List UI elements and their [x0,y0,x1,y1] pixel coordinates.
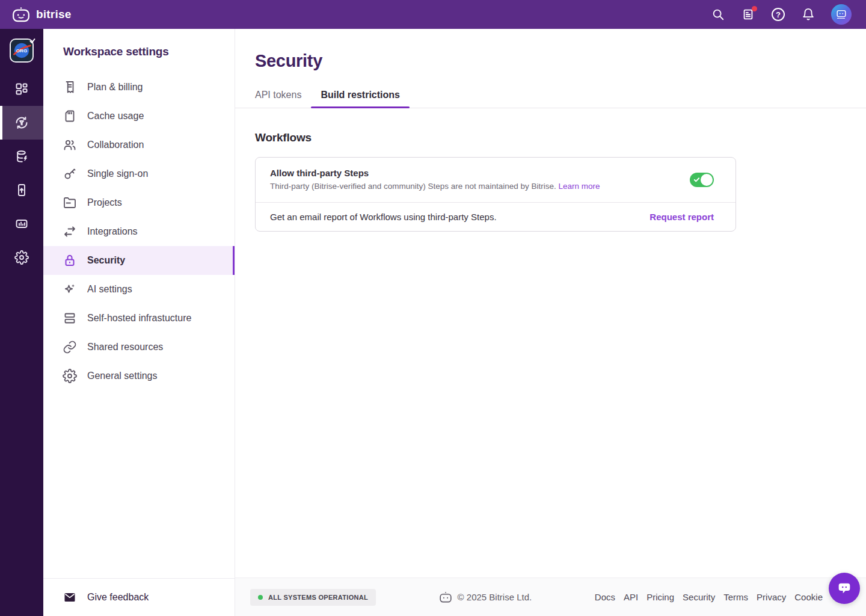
sidebar-item-plan-billing[interactable]: Plan & billing [43,73,235,102]
footer-link-cookie[interactable]: Cookie [794,592,823,602]
system-status-badge[interactable]: ALL SYSTEMS OPERATIONAL [250,589,376,606]
footer-link-pricing[interactable]: Pricing [646,592,674,602]
workflows-section-title: Workflows [255,131,866,144]
toggle-row-text: Allow third-party Steps Third-party (Bit… [270,167,600,192]
sidebar-item-label: Self-hosted infrastucture [87,313,191,324]
folder-icon [63,196,77,210]
help-icon[interactable]: ? [771,7,785,22]
copyright: © 2025 Bitrise Ltd. [439,591,532,603]
copyright-text: © 2025 Bitrise Ltd. [458,592,532,602]
toggle-row-title: Allow third-party Steps [270,167,600,180]
footer-links: Docs API Pricing Security Terms Privacy … [595,592,823,602]
phone-upload-icon [14,183,29,197]
rail-item-release[interactable] [0,173,43,207]
sidebar-item-cache-usage[interactable]: Cache usage [43,102,235,131]
topbar-actions: ? [711,4,852,25]
email-report-row: Get an email report of Workflows using t… [256,203,735,231]
apps-grid-icon [14,82,29,96]
page-title: Security [255,51,866,70]
toggle-knob [701,174,713,186]
sidebar-item-label: Single sign-on [87,168,148,179]
server-icon [63,311,77,325]
sidebar-item-projects[interactable]: Projects [43,188,235,217]
bell-icon[interactable] [801,7,815,22]
footer-link-terms[interactable]: Terms [723,592,748,602]
org-selected-check-icon [29,37,36,45]
footer-link-docs[interactable]: Docs [595,592,615,602]
footer-link-api[interactable]: API [624,592,638,602]
status-green-dot-icon [258,595,263,600]
give-feedback-button[interactable]: Give feedback [43,578,235,616]
search-icon[interactable] [711,7,725,22]
rail-item-cache[interactable] [0,140,43,173]
bitrise-app: bitrise ? [0,0,866,616]
request-report-link[interactable]: Request report [650,212,714,222]
status-label: ALL SYSTEMS OPERATIONAL [268,594,368,601]
rail-item-pipelines[interactable] [0,106,43,140]
sidebar-item-shared-resources[interactable]: Shared resources [43,333,235,362]
rail-nav [0,72,43,274]
sidebar-item-label: Plan & billing [87,82,143,93]
learn-more-link[interactable]: Learn more [558,182,600,191]
page-footer: ALL SYSTEMS OPERATIONAL © 2025 Bitrise L… [235,578,866,616]
insights-chart-icon [14,217,29,231]
sidebar-item-label: General settings [87,371,158,381]
envelope-icon [63,590,77,605]
sidebar-nav: Plan & billing Cache usage [43,73,235,578]
sidebar-item-single-sign-on[interactable]: Single sign-on [43,159,235,188]
sidebar-item-security[interactable]: Security [43,246,235,275]
sidebar-item-label: Cache usage [87,111,144,122]
bitrise-logo[interactable]: bitrise [12,7,71,22]
org-avatar[interactable]: ORG [10,38,34,63]
cache-card-icon [63,109,77,123]
main-panel: Security API tokens Build restrictions W… [235,29,866,616]
receipt-icon [63,80,77,94]
bitrise-robot-outline-icon [439,591,452,603]
gear-icon [14,250,29,265]
chat-support-button[interactable] [829,573,860,604]
notification-dot [752,6,757,11]
sidebar-item-label: Collaboration [87,140,144,150]
footer-link-security[interactable]: Security [683,592,715,602]
link-icon [63,340,77,354]
sidebar-item-collaboration[interactable]: Collaboration [43,131,235,159]
swap-arrows-icon [63,224,77,239]
allow-third-party-steps-toggle[interactable] [690,173,714,187]
footer-link-privacy[interactable]: Privacy [757,592,786,602]
sidebar-item-self-hosted[interactable]: Self-hosted infrastucture [43,304,235,333]
toggle-row-description-text: Third-party (Bitrise-verified and commun… [270,182,556,191]
check-icon [693,176,700,183]
workflows-card: Allow third-party Steps Third-party (Bit… [255,157,736,232]
sidebar-item-label: Security [87,255,125,266]
whats-new-icon[interactable] [741,7,755,22]
sidebar-item-general-settings[interactable]: General settings [43,362,235,390]
user-avatar[interactable] [831,4,852,25]
lock-icon [63,253,77,268]
rail-item-settings[interactable] [0,241,43,274]
key-icon [63,167,77,181]
tab-api-tokens[interactable]: API tokens [255,82,311,108]
rail-item-dashboard[interactable] [0,72,43,106]
tab-build-restrictions[interactable]: Build restrictions [311,82,410,108]
sidebar-title: Workspace settings [63,43,235,60]
database-bolt-icon [14,149,29,164]
icon-rail: ORG [0,29,43,616]
gear-icon [63,369,77,383]
main-header: Security [235,29,866,70]
people-icon [63,138,77,152]
chat-bubble-icon [836,581,853,596]
pipelines-sync-icon [14,115,29,131]
brand-name: bitrise [36,8,71,21]
sidebar-item-label: Projects [87,197,122,208]
sidebar-item-integrations[interactable]: Integrations [43,217,235,246]
sidebar-item-ai-settings[interactable]: AI settings [43,275,235,304]
sidebar-item-label: Shared resources [87,342,163,353]
allow-third-party-steps-row: Allow third-party Steps Third-party (Bit… [256,158,735,203]
email-report-text: Get an email report of Workflows using t… [270,212,497,222]
give-feedback-label: Give feedback [87,592,149,603]
tab-bar: API tokens Build restrictions [235,82,866,108]
rail-item-insights[interactable] [0,207,43,241]
help-question-glyph: ? [772,8,785,21]
sparkles-icon [63,282,77,297]
bitrise-robot-icon [12,7,30,22]
